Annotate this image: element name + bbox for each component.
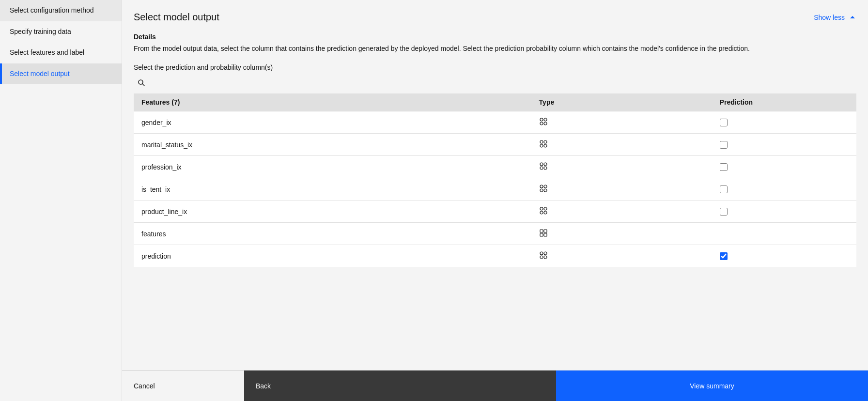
feature-name: gender_ix <box>134 111 531 134</box>
svg-rect-25 <box>544 233 547 236</box>
prediction-checkbox-cell <box>712 134 856 156</box>
view-summary-button[interactable]: View summary <box>556 370 868 401</box>
feature-type <box>531 134 712 156</box>
details-title: Details <box>134 33 856 41</box>
svg-point-18 <box>540 207 543 210</box>
svg-point-19 <box>544 207 547 210</box>
categorical-type-icon <box>539 206 548 215</box>
sidebar-item-specify-training[interactable]: Specify training data <box>0 21 122 43</box>
svg-point-6 <box>540 140 543 143</box>
svg-point-28 <box>540 256 543 259</box>
svg-point-29 <box>544 256 547 259</box>
header-prediction: Prediction <box>712 93 856 111</box>
sidebar-item-select-features[interactable]: Select features and label <box>0 42 122 63</box>
svg-point-9 <box>544 144 547 147</box>
prediction-checkbox-is_tent_ix[interactable] <box>720 185 728 193</box>
categorical-icon <box>539 206 548 215</box>
svg-point-27 <box>544 252 547 255</box>
categorical-icon <box>539 251 548 260</box>
feature-name: marital_status_ix <box>134 134 531 156</box>
main-content: Select model output Show less Details Fr… <box>122 0 868 401</box>
svg-point-20 <box>540 211 543 214</box>
table-row: features <box>134 223 856 245</box>
svg-point-13 <box>544 167 547 170</box>
svg-point-16 <box>540 189 543 192</box>
svg-point-2 <box>540 118 543 121</box>
feature-type <box>531 223 712 245</box>
page-header: Select model output Show less <box>134 12 856 23</box>
search-container <box>134 76 856 90</box>
select-columns-label: Select the prediction and probability co… <box>134 63 856 71</box>
table-row: marital_status_ix <box>134 134 856 156</box>
svg-rect-24 <box>540 233 543 236</box>
search-icon <box>138 79 145 87</box>
prediction-checkbox-cell <box>712 223 856 245</box>
svg-point-5 <box>544 122 547 125</box>
feature-name: profession_ix <box>134 156 531 178</box>
header-features: Features (7) <box>134 93 531 111</box>
svg-line-1 <box>142 84 144 86</box>
show-less-button[interactable]: Show less <box>814 12 856 23</box>
svg-point-4 <box>540 122 543 125</box>
categorical-icon <box>539 162 548 170</box>
table-row: product_line_ix <box>134 200 856 223</box>
table-row: is_tent_ix <box>134 178 856 200</box>
vector-icon <box>539 229 548 237</box>
prediction-checkbox-prediction[interactable] <box>720 252 728 260</box>
prediction-checkbox-profession_ix[interactable] <box>720 163 728 171</box>
search-icon-wrapper[interactable] <box>134 76 157 90</box>
details-section: Details From the model output data, sele… <box>134 33 856 54</box>
feature-type <box>531 111 712 134</box>
svg-point-15 <box>544 185 547 188</box>
table-row: prediction <box>134 245 856 267</box>
feature-type <box>531 178 712 200</box>
sidebar: Select configuration methodSpecify train… <box>0 0 122 401</box>
categorical-type-icon <box>539 251 548 260</box>
svg-point-17 <box>544 189 547 192</box>
svg-point-12 <box>540 167 543 170</box>
feature-name: features <box>134 223 531 245</box>
content-area: Select model output Show less Details Fr… <box>122 0 868 370</box>
svg-point-7 <box>544 140 547 143</box>
page-title: Select model output <box>134 12 219 23</box>
svg-rect-22 <box>540 230 543 232</box>
svg-point-11 <box>544 163 547 166</box>
feature-type <box>531 200 712 223</box>
categorical-type-icon <box>539 162 548 170</box>
table-header: Features (7) Type Prediction <box>134 93 856 111</box>
details-text: From the model output data, select the c… <box>134 44 856 54</box>
svg-point-21 <box>544 211 547 214</box>
prediction-checkbox-marital_status_ix[interactable] <box>720 141 728 149</box>
cancel-button[interactable]: Cancel <box>122 370 244 401</box>
prediction-checkbox-cell <box>712 178 856 200</box>
back-button[interactable]: Back <box>244 370 556 401</box>
categorical-icon <box>539 184 548 193</box>
feature-name: is_tent_ix <box>134 178 531 200</box>
categorical-type-icon <box>539 184 548 193</box>
table-row: gender_ix <box>134 111 856 134</box>
prediction-checkbox-product_line_ix[interactable] <box>720 208 728 216</box>
categorical-icon <box>539 139 548 148</box>
feature-name: prediction <box>134 245 531 267</box>
feature-type <box>531 245 712 267</box>
svg-point-26 <box>540 252 543 255</box>
prediction-checkbox-cell <box>712 111 856 134</box>
sidebar-item-select-configuration[interactable]: Select configuration method <box>0 0 122 21</box>
prediction-checkbox-gender_ix[interactable] <box>720 119 728 126</box>
chevron-up-icon <box>849 14 856 21</box>
svg-rect-23 <box>544 230 547 232</box>
table-body: gender_ix marital_status_ix profession_i… <box>134 111 856 267</box>
prediction-checkbox-cell <box>712 200 856 223</box>
features-table: Features (7) Type Prediction gender_ix m… <box>134 93 856 267</box>
prediction-checkbox-cell <box>712 156 856 178</box>
categorical-type-icon <box>539 117 548 126</box>
categorical-icon <box>539 117 548 126</box>
sidebar-item-select-model-output[interactable]: Select model output <box>0 63 122 85</box>
categorical-type-icon <box>539 139 548 148</box>
table-row: profession_ix <box>134 156 856 178</box>
footer: Cancel Back View summary <box>122 370 868 401</box>
svg-point-14 <box>540 185 543 188</box>
svg-point-8 <box>540 144 543 147</box>
header-type: Type <box>531 93 712 111</box>
svg-point-10 <box>540 163 543 166</box>
